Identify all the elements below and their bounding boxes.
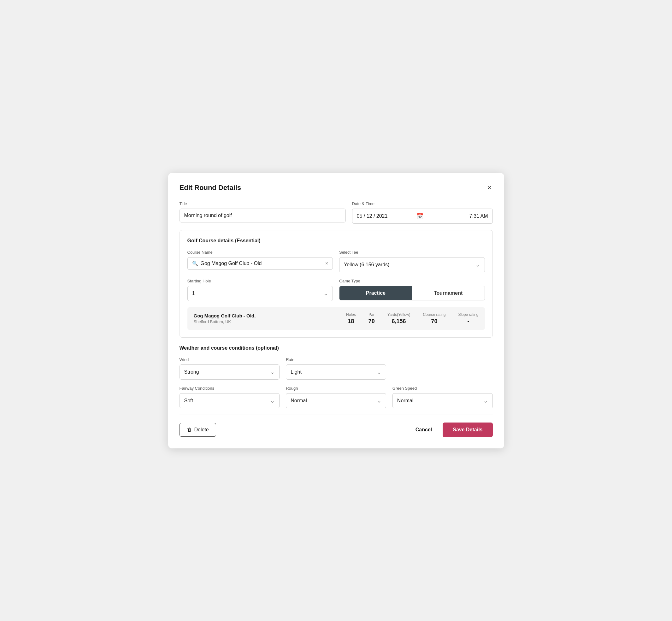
fairway-rough-green-row: Fairway Conditions Soft ⌄ Rough Normal ⌄… <box>179 386 493 408</box>
chevron-down-icon-4: ⌄ <box>377 369 381 375</box>
delete-button[interactable]: 🗑 Delete <box>179 423 216 437</box>
trash-icon: 🗑 <box>187 427 192 432</box>
course-name-search[interactable]: 🔍 × <box>187 257 333 270</box>
select-tee-label: Select Tee <box>339 250 485 255</box>
green-speed-group: Green Speed Normal ⌄ <box>392 386 493 408</box>
hole-gametype-row: Starting Hole 1 ⌄ Game Type Practice Tou… <box>187 279 485 301</box>
holes-label: Holes <box>346 313 356 317</box>
rain-value: Light <box>291 369 302 375</box>
course-info-box: Gog Magog Golf Club - Old, Shelford Bott… <box>187 307 485 330</box>
course-name-input[interactable] <box>201 261 323 266</box>
save-details-button[interactable]: Save Details <box>443 422 493 437</box>
calendar-icon: 📅 <box>416 213 423 220</box>
date-time-group: Date & Time 05 / 12 / 2021 📅 7:31 AM <box>352 201 493 224</box>
course-name-group: Course Name 🔍 × <box>187 250 333 272</box>
time-value: 7:31 AM <box>469 213 488 219</box>
course-info-left: Gog Magog Golf Club - Old, Shelford Bott… <box>194 313 346 324</box>
select-tee-value: Yellow (6,156 yards) <box>344 262 389 267</box>
course-info-name: Gog Magog Golf Club - Old, <box>194 313 346 318</box>
course-rating-label: Course rating <box>423 313 446 317</box>
yards-value: 6,156 <box>387 318 411 325</box>
select-tee-group: Select Tee Yellow (6,156 yards) ⌄ <box>339 250 485 272</box>
green-speed-label: Green Speed <box>392 386 493 391</box>
footer-divider <box>179 415 493 415</box>
game-type-label: Game Type <box>339 279 485 283</box>
yards-stat: Yards(Yellow) 6,156 <box>387 313 411 325</box>
course-info-location: Shelford Bottom, UK <box>194 319 346 324</box>
slope-rating-label: Slope rating <box>458 313 478 317</box>
search-icon: 🔍 <box>192 261 198 266</box>
starting-hole-label: Starting Hole <box>187 279 333 283</box>
course-stats: Holes 18 Par 70 Yards(Yellow) 6,156 Cour… <box>346 313 478 325</box>
practice-button[interactable]: Practice <box>339 286 412 300</box>
modal-header: Edit Round Details × <box>179 183 493 193</box>
close-button[interactable]: × <box>486 183 493 193</box>
title-group: Title <box>179 201 346 224</box>
date-input[interactable]: 05 / 12 / 2021 📅 <box>352 209 428 224</box>
fairway-value: Soft <box>184 398 193 404</box>
chevron-down-icon-2: ⌄ <box>323 290 328 297</box>
delete-label: Delete <box>194 427 209 432</box>
fairway-group: Fairway Conditions Soft ⌄ <box>179 386 280 408</box>
title-date-row: Title Date & Time 05 / 12 / 2021 📅 7:31 … <box>179 201 493 224</box>
slope-rating-value: - <box>458 318 478 325</box>
par-stat: Par 70 <box>369 313 375 325</box>
date-time-inputs: 05 / 12 / 2021 📅 7:31 AM <box>352 209 493 224</box>
course-rating-value: 70 <box>423 318 446 325</box>
starting-hole-value: 1 <box>192 291 195 296</box>
edit-round-modal: Edit Round Details × Title Date & Time 0… <box>168 173 504 448</box>
rough-group: Rough Normal ⌄ <box>286 386 386 408</box>
chevron-down-icon: ⌄ <box>475 261 480 268</box>
course-tee-row: Course Name 🔍 × Select Tee Yellow (6,156… <box>187 250 485 272</box>
starting-hole-dropdown[interactable]: 1 ⌄ <box>187 286 333 301</box>
wind-dropdown[interactable]: Strong ⌄ <box>179 365 280 380</box>
modal-title: Edit Round Details <box>179 184 241 192</box>
wind-value: Strong <box>184 369 199 375</box>
wind-group: Wind Strong ⌄ <box>179 357 280 380</box>
holes-value: 18 <box>346 318 356 325</box>
chevron-down-icon-6: ⌄ <box>377 397 381 404</box>
starting-hole-group: Starting Hole 1 ⌄ <box>187 279 333 301</box>
rough-label: Rough <box>286 386 386 391</box>
golf-section-title: Golf Course details (Essential) <box>187 238 485 244</box>
rain-label: Rain <box>286 357 386 362</box>
weather-section: Weather and course conditions (optional)… <box>179 345 493 408</box>
tournament-button[interactable]: Tournament <box>412 286 485 300</box>
wind-label: Wind <box>179 357 280 362</box>
fairway-dropdown[interactable]: Soft ⌄ <box>179 393 280 408</box>
slope-rating-stat: Slope rating - <box>458 313 478 325</box>
green-speed-dropdown[interactable]: Normal ⌄ <box>392 393 493 408</box>
course-name-label: Course Name <box>187 250 333 255</box>
course-rating-stat: Course rating 70 <box>423 313 446 325</box>
time-input[interactable]: 7:31 AM <box>428 209 493 224</box>
wind-rain-row: Wind Strong ⌄ Rain Light ⌄ <box>179 357 493 380</box>
footer-right: Cancel Save Details <box>412 422 493 437</box>
date-time-label: Date & Time <box>352 201 493 206</box>
select-tee-dropdown[interactable]: Yellow (6,156 yards) ⌄ <box>339 257 485 272</box>
title-label: Title <box>179 201 346 206</box>
game-type-toggle: Practice Tournament <box>339 286 485 300</box>
date-value: 05 / 12 / 2021 <box>357 213 416 219</box>
chevron-down-icon-5: ⌄ <box>270 397 275 404</box>
rough-dropdown[interactable]: Normal ⌄ <box>286 393 386 408</box>
chevron-down-icon-3: ⌄ <box>270 369 275 375</box>
holes-stat: Holes 18 <box>346 313 356 325</box>
golf-course-section: Golf Course details (Essential) Course N… <box>179 230 493 338</box>
fairway-label: Fairway Conditions <box>179 386 280 391</box>
weather-title: Weather and course conditions (optional) <box>179 345 493 351</box>
cancel-button[interactable]: Cancel <box>412 423 435 437</box>
rain-dropdown[interactable]: Light ⌄ <box>286 365 386 380</box>
footer-row: 🗑 Delete Cancel Save Details <box>179 422 493 437</box>
rough-value: Normal <box>291 398 307 404</box>
rain-group: Rain Light ⌄ <box>286 357 386 380</box>
par-label: Par <box>369 313 375 317</box>
game-type-group: Game Type Practice Tournament <box>339 279 485 301</box>
chevron-down-icon-7: ⌄ <box>483 397 488 404</box>
par-value: 70 <box>369 318 375 325</box>
green-speed-value: Normal <box>397 398 414 404</box>
clear-icon[interactable]: × <box>325 261 328 266</box>
yards-label: Yards(Yellow) <box>387 313 411 317</box>
title-input[interactable] <box>179 209 346 222</box>
